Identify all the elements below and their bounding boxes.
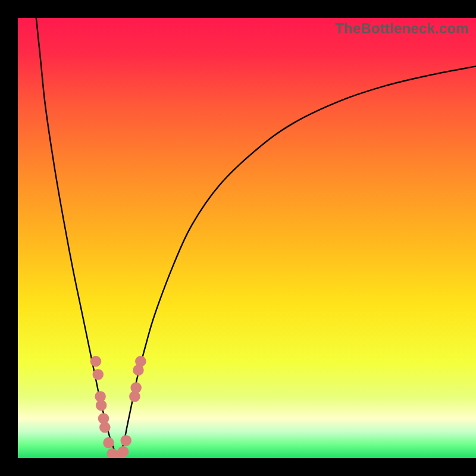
marker-group <box>90 356 146 458</box>
marker-dot <box>130 382 141 393</box>
curve-layer <box>18 18 476 458</box>
chart-frame: TheBottleneck.com <box>0 0 476 476</box>
plot-area: TheBottleneck.com <box>18 18 476 458</box>
marker-dot <box>135 356 146 367</box>
right-branch-curve <box>118 66 476 458</box>
marker-dot <box>103 437 114 448</box>
marker-dot <box>99 422 110 433</box>
watermark-text: TheBottleneck.com <box>335 20 469 37</box>
left-branch-curve <box>36 18 119 458</box>
marker-dot <box>120 435 131 446</box>
marker-dot <box>96 400 107 411</box>
marker-dot <box>118 446 129 457</box>
marker-dot <box>90 356 101 367</box>
marker-dot <box>93 369 104 380</box>
